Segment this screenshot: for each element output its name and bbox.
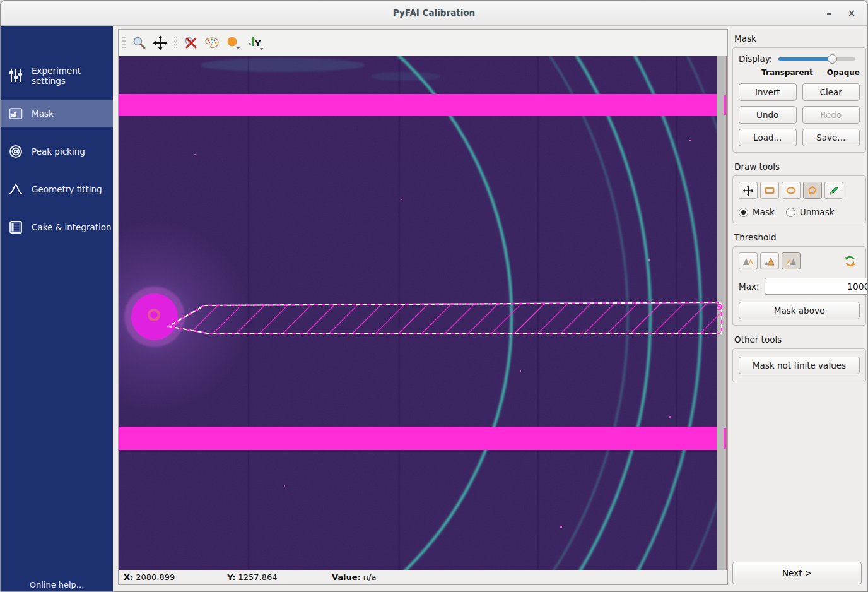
histogram-above-icon: [785, 256, 797, 266]
polygon-icon: [807, 185, 818, 196]
histogram-between-icon: [764, 256, 776, 266]
ellipse-icon: [785, 185, 797, 196]
rectangle-icon: [764, 185, 775, 196]
max-label: Max:: [739, 281, 759, 292]
redo-button[interactable]: Redo: [802, 106, 860, 124]
pan-icon: [742, 185, 754, 196]
pencil-tool-button[interactable]: [824, 182, 843, 199]
next-button[interactable]: Next >: [732, 562, 862, 584]
other-tools-title: Other tools: [734, 334, 866, 345]
mask-radio[interactable]: Mask: [739, 207, 775, 217]
mask-above-threshold-button[interactable]: [782, 252, 801, 269]
cursor-value-readout: Value:n/a: [332, 572, 376, 582]
peak-curve-icon: [8, 182, 23, 197]
rectangle-tool-button[interactable]: [760, 182, 779, 199]
radio-circle[interactable]: [786, 208, 795, 217]
radio-circle[interactable]: [739, 208, 748, 217]
concentric-rings-icon: [8, 144, 23, 159]
sidebar-item-label: Cake & integration: [32, 222, 112, 232]
sidebar: Experiment settings Mask Peak picking: [1, 26, 113, 592]
clear-zoom-icon[interactable]: [184, 35, 199, 50]
polygon-vertex-label: 5: [717, 303, 722, 312]
mask-between-threshold-button[interactable]: [760, 252, 779, 269]
cursor-y-readout: Y:1257.864: [227, 572, 278, 582]
list-box-icon: [8, 220, 23, 235]
invert-button[interactable]: Invert: [739, 83, 797, 101]
max-threshold-input[interactable]: [765, 278, 868, 295]
ellipse-tool-button[interactable]: [782, 182, 801, 199]
threshold-group: Max: Mask above: [732, 246, 866, 326]
display-label: Display:: [739, 54, 772, 64]
toolbar-grip[interactable]: [173, 36, 178, 50]
sidebar-item-mask[interactable]: Mask: [1, 100, 113, 127]
cursor-x-readout: X:2080.899: [124, 572, 175, 582]
other-tools-group: Mask not finite values: [732, 348, 866, 382]
pan-icon[interactable]: [153, 35, 168, 50]
draw-tools-group: Mask Unmask: [732, 175, 866, 223]
mask-actions-group: Display: Transparent Opaque Invert Clear…: [732, 47, 866, 153]
beamstop-mask-circle: [124, 287, 185, 347]
sidebar-item-label: Mask: [32, 109, 54, 119]
mask-opacity-slider[interactable]: [778, 54, 855, 64]
opaque-label: Opaque: [827, 68, 860, 77]
load-button[interactable]: Load...: [739, 129, 797, 146]
clear-button[interactable]: Clear: [802, 83, 860, 101]
online-help-link[interactable]: Online help...: [1, 580, 113, 589]
sidebar-item-geometry-fitting[interactable]: Geometry fitting: [1, 176, 113, 203]
refresh-icon: [845, 256, 856, 267]
svg-text:Y: Y: [254, 38, 261, 48]
sidebar-item-label: Geometry fitting: [32, 184, 102, 194]
slider-handle[interactable]: [828, 54, 837, 64]
sliders-icon: [8, 68, 23, 83]
histogram-below-icon: [742, 256, 754, 266]
plot-toolbar: a Y: [119, 30, 727, 56]
mask-not-finite-button[interactable]: Mask not finite values: [739, 357, 860, 374]
polygon-tool-button[interactable]: [803, 182, 822, 199]
save-button[interactable]: Save...: [802, 129, 860, 146]
undo-button[interactable]: Undo: [739, 106, 797, 124]
app-window: PyFAI Calibration – × Experiment setting…: [0, 0, 868, 592]
sidebar-item-experiment-settings[interactable]: Experiment settings: [1, 62, 113, 89]
mask-histogram-icon: [8, 106, 23, 121]
zoom-icon[interactable]: [132, 35, 147, 50]
mask-below-threshold-button[interactable]: [739, 252, 758, 269]
draw-tools-title: Draw tools: [734, 162, 866, 172]
mask-circle-icon[interactable]: [225, 35, 240, 50]
sidebar-item-cake-integration[interactable]: Cake & integration: [1, 214, 113, 240]
pencil-icon: [828, 185, 840, 196]
pan-draw-tool-button[interactable]: [739, 182, 758, 199]
sidebar-item-peak-picking[interactable]: Peak picking: [1, 138, 113, 165]
toolbar-grip[interactable]: [122, 36, 126, 50]
unmask-radio[interactable]: Unmask: [786, 207, 835, 217]
plot-widget: a Y: [118, 29, 728, 585]
sidebar-item-label: Experiment settings: [32, 66, 113, 86]
minimize-button[interactable]: –: [821, 6, 837, 21]
detector-image-plot[interactable]: 5: [119, 56, 727, 570]
slider-fill: [778, 57, 831, 61]
svg-text:a: a: [249, 42, 251, 47]
mask-section-title: Mask: [734, 33, 866, 44]
mask-polygon-selection[interactable]: 5: [168, 302, 722, 334]
threshold-title: Threshold: [734, 232, 866, 242]
mask-above-button[interactable]: Mask above: [739, 302, 860, 319]
mask-panel: Mask Display: Transparent Opaque Invert …: [732, 29, 866, 592]
close-button[interactable]: ×: [843, 6, 860, 21]
title-bar: PyFAI Calibration – ×: [1, 1, 867, 26]
refresh-threshold-button[interactable]: [841, 252, 860, 269]
transparent-label: Transparent: [761, 68, 813, 77]
y-axis-orientation-icon[interactable]: a Y: [246, 35, 265, 50]
sidebar-item-label: Peak picking: [32, 146, 85, 157]
plot-status-bar: X:2080.899 Y:1257.864 Value:n/a: [119, 570, 727, 584]
window-title: PyFAI Calibration: [1, 8, 867, 18]
colormap-palette-icon[interactable]: [204, 35, 220, 50]
